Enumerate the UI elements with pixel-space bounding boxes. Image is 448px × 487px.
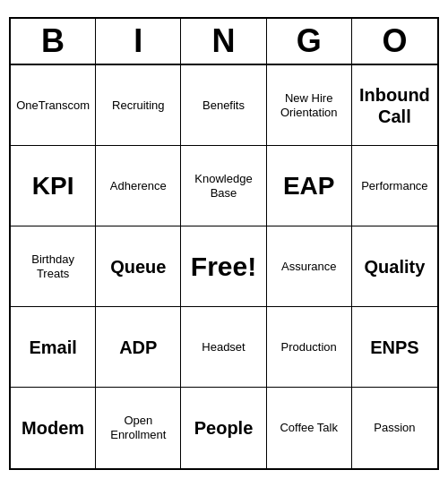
bingo-cell: Birthday Treats	[11, 226, 96, 307]
cell-text: Inbound Call	[356, 84, 434, 127]
cell-text: Free!	[191, 251, 256, 283]
header-letter: O	[352, 19, 437, 64]
bingo-cell: OneTranscom	[11, 65, 96, 146]
cell-text: Coffee Talk	[280, 421, 338, 435]
cell-text: ENPS	[370, 337, 418, 358]
bingo-cell: Modem	[11, 388, 96, 468]
bingo-cell: Headset	[181, 307, 266, 388]
cell-text: Headset	[202, 340, 245, 355]
header-letter: N	[181, 19, 266, 64]
bingo-cell: Open Enrollment	[96, 388, 181, 468]
bingo-cell: KPI	[11, 146, 96, 226]
cell-text: Passion	[374, 421, 415, 435]
cell-text: Queue	[110, 256, 166, 278]
bingo-cell: Free!	[181, 226, 266, 307]
header-letter: B	[11, 19, 96, 64]
cell-text: Performance	[361, 179, 427, 193]
bingo-cell: Passion	[352, 388, 437, 468]
cell-text: Assurance	[281, 260, 336, 274]
cell-text: Quality	[364, 256, 425, 278]
header-letter: G	[267, 19, 352, 64]
bingo-cell: Production	[267, 307, 352, 388]
bingo-cell: Knowledge Base	[181, 146, 266, 226]
bingo-cell: People	[181, 388, 266, 468]
bingo-cell: Recruiting	[96, 65, 181, 146]
bingo-cell: Adherence	[96, 146, 181, 226]
bingo-cell: Coffee Talk	[267, 388, 352, 468]
bingo-cell: ENPS	[352, 307, 437, 388]
bingo-cell: New Hire Orientation	[267, 65, 352, 146]
bingo-header: BINGO	[11, 19, 437, 65]
cell-text: Knowledge Base	[185, 172, 262, 200]
bingo-cell: Inbound Call	[352, 65, 437, 146]
bingo-grid: OneTranscomRecruitingBenefitsNew Hire Or…	[11, 65, 437, 468]
bingo-cell: Queue	[96, 226, 181, 307]
bingo-cell: Benefits	[181, 65, 266, 146]
cell-text: KPI	[32, 171, 74, 201]
bingo-cell: ADP	[96, 307, 181, 388]
cell-text: Recruiting	[112, 98, 165, 113]
cell-text: People	[194, 417, 254, 439]
cell-text: Production	[281, 340, 337, 355]
bingo-cell: Quality	[352, 226, 437, 307]
bingo-cell: EAP	[267, 146, 352, 226]
bingo-card: BINGO OneTranscomRecruitingBenefitsNew H…	[9, 17, 439, 470]
cell-text: Modem	[22, 417, 84, 439]
cell-text: EAP	[283, 171, 335, 201]
cell-text: Adherence	[110, 179, 167, 193]
cell-text: Open Enrollment	[99, 414, 177, 441]
bingo-cell: Email	[11, 307, 96, 388]
cell-text: Birthday Treats	[14, 252, 91, 280]
cell-text: Email	[29, 337, 76, 358]
header-letter: I	[96, 19, 181, 64]
cell-text: ADP	[119, 337, 157, 358]
cell-text: OneTranscom	[16, 98, 90, 113]
cell-text: Benefits	[202, 98, 245, 113]
bingo-cell: Performance	[352, 146, 437, 226]
cell-text: New Hire Orientation	[271, 91, 348, 119]
bingo-cell: Assurance	[267, 226, 352, 307]
